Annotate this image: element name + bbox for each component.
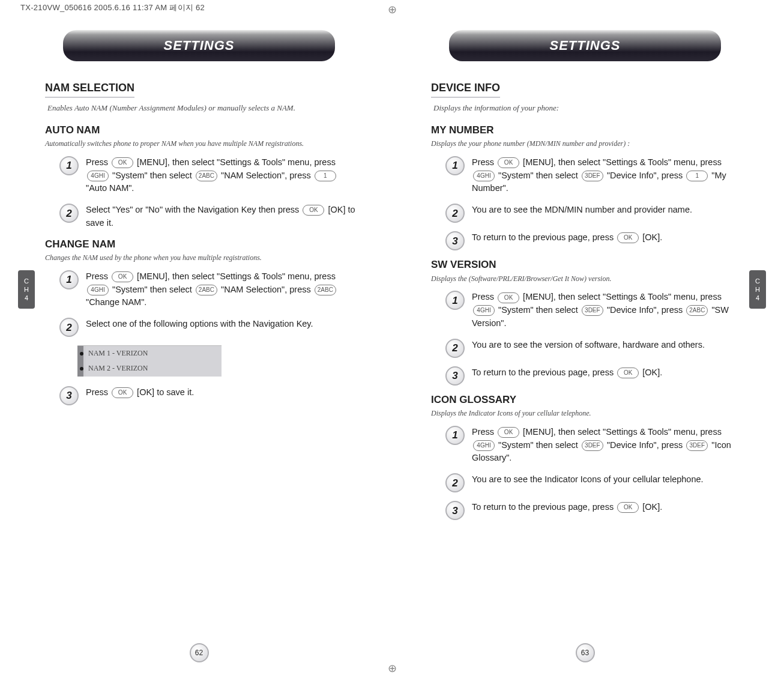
section-desc: Displays the information of your phone:	[433, 103, 745, 114]
step: 2 You are to see the MDN/MIN number and …	[445, 204, 745, 223]
step-number-badge: 1	[445, 291, 465, 310]
key-3-icon: 3DEF	[582, 171, 603, 181]
page-number: 63	[576, 643, 595, 662]
options-box: NAM 1 - VERIZON NAM 2 - VERIZON	[77, 345, 222, 376]
subhead-auto-nam: AUTO NAM	[45, 124, 359, 136]
step-number-badge: 2	[445, 204, 465, 223]
key-2-icon: 2ABC	[196, 285, 217, 295]
bullet-icon	[80, 367, 83, 371]
step-text: You are to see the version of software, …	[472, 339, 705, 352]
page-left: C H 4 SETTINGS NAM SELECTION Enables Aut…	[18, 12, 380, 678]
subhead-icon-glossary: ICON GLOSSARY	[431, 394, 745, 406]
step-number-badge: 1	[445, 156, 465, 175]
step-number-badge: 3	[445, 501, 465, 520]
step: 1 Press OK [MENU], then select "Settings…	[59, 156, 359, 195]
key-1-icon: 1	[686, 171, 708, 181]
step-text: Press OK [MENU], then select "Settings &…	[86, 270, 359, 309]
step-number-badge: 1	[59, 156, 79, 175]
manual-spread: TX-210VW_050616 2005.6.16 11:37 AM 페이지 6…	[0, 0, 784, 678]
step-text: Press OK [MENU], then select "Settings &…	[86, 156, 359, 195]
page-number: 62	[190, 643, 209, 662]
step-text: To return to the previous page, press OK…	[472, 366, 662, 380]
step-number-badge: 2	[59, 204, 79, 223]
step: 2 Select one of the following options wi…	[59, 318, 359, 337]
step: 3 Press OK [OK] to save it.	[59, 386, 359, 405]
key-4-icon: 4GHI	[473, 171, 495, 181]
key-3-icon: 3DEF	[582, 305, 603, 316]
list-item: NAM 1 - VERIZON	[77, 345, 222, 361]
key-ok-icon: OK	[112, 387, 133, 398]
key-2-icon: 2ABC	[315, 285, 336, 295]
section-title-nam-selection: NAM SELECTION	[45, 82, 134, 98]
subhead-change-nam: CHANGE NAM	[45, 238, 359, 250]
key-2-icon: 2ABC	[686, 305, 708, 316]
key-ok-icon: OK	[303, 205, 324, 216]
step: 1 Press OK [MENU], then select "Settings…	[59, 270, 359, 309]
step-text: To return to the previous page, press OK…	[472, 231, 662, 244]
key-ok-icon: OK	[617, 368, 639, 378]
list-item: NAM 2 - VERIZON	[77, 361, 222, 376]
bullet-icon	[80, 352, 83, 356]
step-number-badge: 2	[445, 339, 465, 358]
key-4-icon: 4GHI	[87, 171, 109, 181]
subhead-desc: Changes the NAM used by the phone when y…	[45, 253, 357, 263]
step-number-badge: 2	[59, 318, 79, 337]
key-ok-icon: OK	[112, 271, 133, 282]
key-3-icon: 3DEF	[582, 440, 603, 451]
step-text: To return to the previous page, press OK…	[472, 501, 662, 514]
ch-letter: H	[749, 286, 766, 293]
chapter-tab: C H 4	[749, 270, 766, 309]
subhead-desc: Displays the (Software/PRL/ERI/Browser/G…	[431, 274, 743, 284]
step-number-badge: 2	[445, 473, 465, 492]
step: 3 To return to the previous page, press …	[445, 366, 745, 386]
subhead-my-number: MY NUMBER	[431, 124, 745, 136]
key-4-icon: 4GHI	[87, 285, 109, 295]
step: 3 To return to the previous page, press …	[445, 501, 745, 520]
ch-letter: C	[18, 278, 35, 285]
step: 1 Press OK [MENU], then select "Settings…	[445, 426, 745, 465]
ch-number: 4	[749, 295, 766, 301]
step: 1 Press OK [MENU], then select "Settings…	[445, 156, 745, 195]
key-ok-icon: OK	[617, 502, 639, 513]
step-text: Press OK [MENU], then select "Settings &…	[472, 426, 745, 465]
print-meta: TX-210VW_050616 2005.6.16 11:37 AM 페이지 6…	[20, 4, 205, 11]
subhead-desc: Automatically switches phone to proper N…	[45, 139, 357, 149]
chapter-tab: C H 4	[18, 270, 35, 309]
registration-mark-top: ⊕	[383, 4, 401, 16]
key-1-icon: 1	[315, 171, 336, 181]
subhead-desc: Displays the your phone number (MDN/MIN …	[431, 139, 743, 149]
ch-number: 4	[18, 295, 35, 301]
registration-mark-bottom: ⊕	[383, 662, 401, 674]
key-ok-icon: OK	[498, 157, 519, 168]
page-header: SETTINGS	[63, 30, 335, 61]
step: 2 You are to see the version of software…	[445, 339, 745, 358]
ch-letter: H	[18, 286, 35, 293]
subhead-sw-version: SW VERSION	[431, 259, 745, 271]
step: 1 Press OK [MENU], then select "Settings…	[445, 291, 745, 330]
step-text: Press OK [MENU], then select "Settings &…	[472, 156, 745, 195]
key-2-icon: 2ABC	[196, 171, 217, 181]
key-3-icon: 3DEF	[686, 440, 708, 451]
subhead-desc: Displays the Indicator Icons of your cel…	[431, 408, 743, 419]
section-title-device-info: DEVICE INFO	[431, 82, 500, 98]
section-desc: Enables Auto NAM (Number Assignment Modu…	[47, 103, 359, 114]
step-text: Press OK [MENU], then select "Settings &…	[472, 291, 745, 330]
key-ok-icon: OK	[112, 157, 133, 168]
ch-letter: C	[749, 278, 766, 285]
key-4-icon: 4GHI	[473, 305, 495, 316]
page-header: SETTINGS	[449, 30, 721, 61]
step: 3 To return to the previous page, press …	[445, 231, 745, 250]
step-text: You are to see the MDN/MIN number and pr…	[472, 204, 692, 217]
key-ok-icon: OK	[498, 292, 519, 303]
key-ok-icon: OK	[498, 427, 519, 438]
step-number-badge: 1	[445, 426, 465, 445]
step-text: Select one of the following options with…	[86, 318, 313, 331]
step-number-badge: 1	[59, 270, 79, 289]
step-number-badge: 3	[59, 386, 79, 405]
step-text: You are to see the Indicator Icons of yo…	[472, 473, 704, 486]
step: 2 Select "Yes" or "No" with the Navigati…	[59, 204, 359, 230]
step: 2 You are to see the Indicator Icons of …	[445, 473, 745, 492]
key-ok-icon: OK	[617, 232, 639, 243]
step-number-badge: 3	[445, 366, 465, 386]
key-4-icon: 4GHI	[473, 440, 495, 451]
